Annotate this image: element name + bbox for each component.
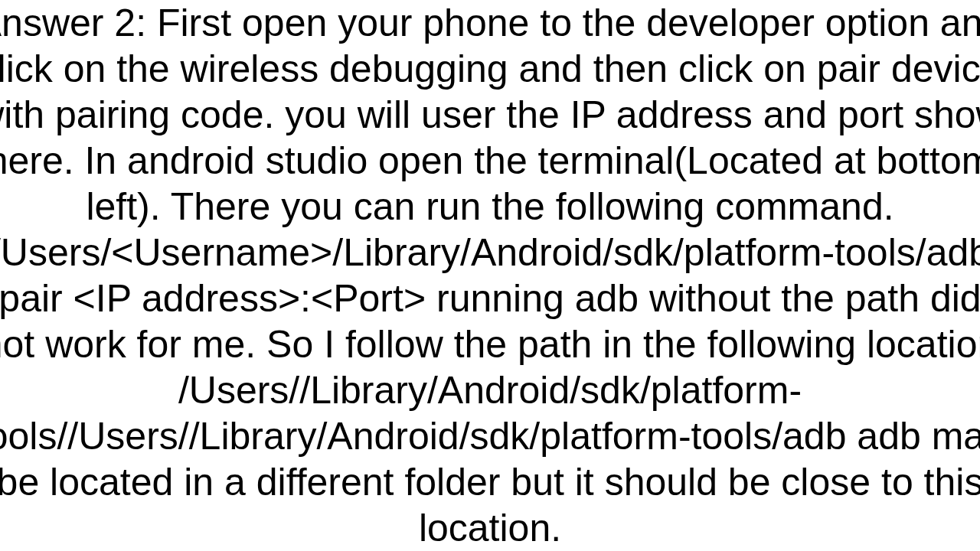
document-viewport: Answer 2: First open your phone to the d… (0, 0, 980, 551)
answer-body-text: Answer 2: First open your phone to the d… (0, 0, 980, 551)
